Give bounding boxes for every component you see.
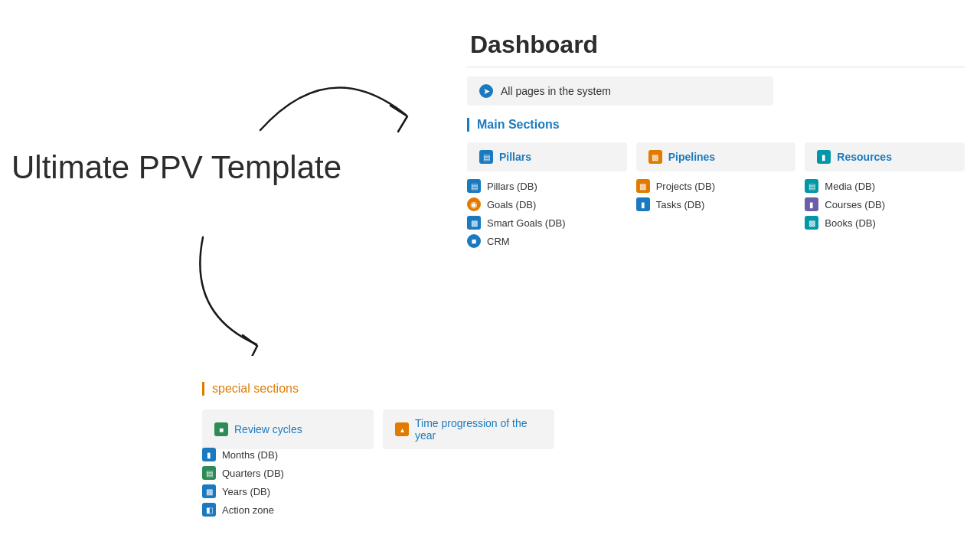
crm-link[interactable]: ■ CRM — [467, 234, 627, 248]
resources-header-icon: ▮ — [817, 150, 831, 164]
all-pages-icon: ➤ — [479, 84, 493, 98]
main-title: Ultimate PPV Template — [11, 149, 341, 186]
resources-card[interactable]: ▮ Resources — [805, 142, 965, 171]
quarters-icon: ▤ — [202, 466, 216, 480]
special-items-list: ▮ Months (DB) ▤ Quarters (DB) ▩ Years (D… — [202, 448, 284, 517]
review-cycles-label: Review cycles — [234, 423, 302, 435]
arrow-bottom-icon — [180, 222, 325, 356]
courses-icon: ▮ — [805, 197, 818, 211]
pillars-db-link[interactable]: ▤ Pillars (DB) — [467, 179, 627, 193]
goals-db-icon: ◉ — [467, 197, 481, 211]
main-sections-heading: Main Sections — [467, 118, 965, 132]
projects-db-link[interactable]: ▩ Projects (DB) — [636, 179, 796, 193]
review-cycles-icon: ■ — [214, 422, 228, 436]
pipelines-column: ▩ Projects (DB) ▮ Tasks (DB) — [636, 179, 796, 248]
all-pages-label: All pages in the system — [501, 85, 611, 97]
dashboard-title: Dashboard — [467, 0, 965, 67]
resources-card-label: Resources — [837, 151, 892, 163]
action-zone-link[interactable]: ◧ Action zone — [202, 503, 284, 517]
years-icon: ▩ — [202, 484, 216, 498]
projects-icon: ▩ — [636, 179, 650, 193]
smart-goals-db-link[interactable]: ▩ Smart Goals (DB) — [467, 216, 627, 230]
all-pages-button[interactable]: ➤ All pages in the system — [467, 77, 773, 106]
arrow-top-icon — [237, 61, 429, 145]
pipelines-card-label: Pipelines — [668, 151, 715, 163]
pillars-header-icon: ▤ — [479, 150, 493, 164]
section-header-cards: ▤ Pillars ▩ Pipelines ▮ Resources — [467, 142, 965, 171]
review-cycles-box[interactable]: ■ Review cycles — [202, 409, 374, 449]
courses-db-link[interactable]: ▮ Courses (DB) — [805, 197, 965, 211]
special-sections-label: special sections — [202, 382, 299, 396]
pillars-column: ▤ Pillars (DB) ◉ Goals (DB) ▩ Smart Goal… — [467, 179, 627, 248]
quarters-db-link[interactable]: ▤ Quarters (DB) — [202, 466, 284, 480]
pillars-db-icon: ▤ — [467, 179, 481, 193]
crm-icon: ■ — [467, 234, 481, 248]
resources-column: ▤ Media (DB) ▮ Courses (DB) ▩ Books (DB) — [805, 179, 965, 248]
time-progression-icon: ▴ — [395, 422, 409, 436]
pipelines-header-icon: ▩ — [648, 150, 662, 164]
right-panel: Dashboard Start by doing what is necessa… — [452, 0, 980, 551]
goals-db-link[interactable]: ◉ Goals (DB) — [467, 197, 627, 211]
media-db-link[interactable]: ▤ Media (DB) — [805, 179, 965, 193]
months-icon: ▮ — [202, 448, 216, 461]
smart-goals-icon: ▩ — [467, 216, 481, 230]
pipelines-card[interactable]: ▩ Pipelines — [636, 142, 796, 171]
pillars-card[interactable]: ▤ Pillars — [467, 142, 627, 171]
media-icon: ▤ — [805, 179, 818, 193]
tasks-db-link[interactable]: ▮ Tasks (DB) — [636, 197, 796, 211]
books-db-link[interactable]: ▩ Books (DB) — [805, 216, 965, 230]
title-divider — [467, 67, 965, 67]
action-zone-icon: ◧ — [202, 503, 216, 517]
tasks-icon: ▮ — [636, 197, 650, 211]
sections-grid: ▤ Pillars (DB) ◉ Goals (DB) ▩ Smart Goal… — [467, 179, 965, 248]
years-db-link[interactable]: ▩ Years (DB) — [202, 484, 284, 498]
months-db-link[interactable]: ▮ Months (DB) — [202, 448, 284, 461]
books-icon: ▩ — [805, 216, 818, 230]
left-panel: Ultimate PPV Template special sections ■… — [0, 0, 429, 551]
pillars-card-label: Pillars — [499, 151, 531, 163]
